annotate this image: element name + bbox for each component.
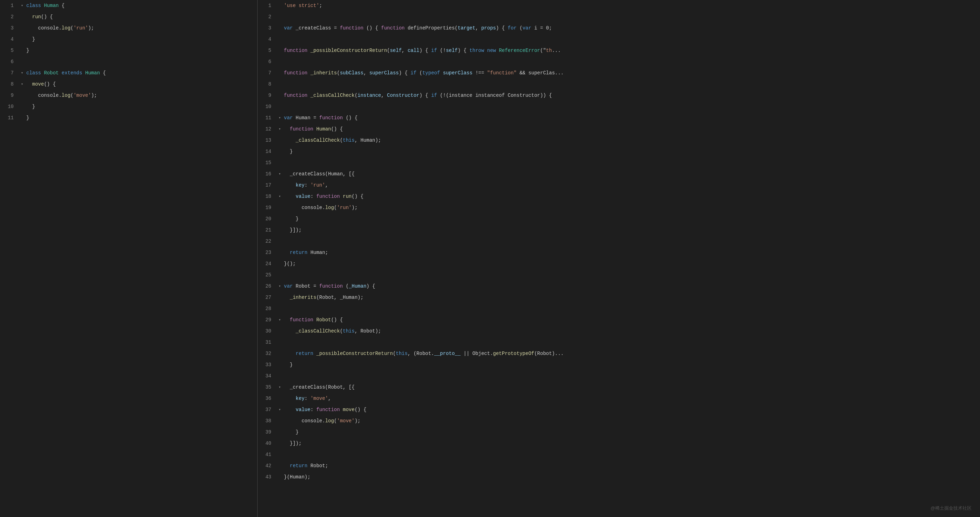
line-content-17: key: 'run', [283,180,328,191]
code-line-5: 5} [0,45,257,56]
line-number-9: 9 [0,90,19,101]
fold-arrow-16[interactable]: ▾ [277,168,283,180]
line-number-31: 31 [258,337,277,348]
line-number-28: 28 [258,303,277,314]
fold-arrow-18[interactable]: ▾ [277,191,283,202]
line-content-43: }(Human); [283,471,310,483]
line-number-32: 32 [258,348,277,359]
line-content-21: }]); [283,225,301,236]
code-line-3: 3 console.log('run'); [0,22,257,34]
line-number-10: 10 [0,101,19,112]
line-number-14: 14 [258,146,277,157]
code-line-42: 42 return Robot; [258,460,980,471]
code-line-7: 7function _inherits(subClass, superClass… [258,67,980,78]
line-number-10: 10 [258,101,277,112]
line-number-11: 11 [0,112,19,123]
line-content-30: _classCallCheck(this, Robot); [283,326,381,337]
line-number-18: 18 [258,191,277,202]
code-line-8: 8▾ move() { [0,78,257,90]
code-line-30: 30 _classCallCheck(this, Robot); [258,326,980,337]
line-content-39: } [283,426,299,438]
line-content-5: } [25,45,29,56]
line-number-29: 29 [258,314,277,326]
code-line-7: 7▾class Robot extends Human { [0,67,257,78]
code-line-15: 15 [258,157,980,168]
line-content-24: }(); [283,258,296,270]
line-number-12: 12 [258,123,277,135]
fold-arrow-7[interactable]: ▾ [19,67,25,78]
line-number-9: 9 [258,90,277,101]
code-line-21: 21 }]); [258,225,980,236]
line-number-35: 35 [258,381,277,393]
line-number-3: 3 [258,22,277,34]
line-number-27: 27 [258,292,277,303]
code-line-18: 18▾ value: function run() { [258,191,980,202]
code-line-1: 1'use strict'; [258,0,980,11]
fold-arrow-12[interactable]: ▾ [277,123,283,135]
line-content-11: } [25,112,29,123]
line-number-5: 5 [258,45,277,56]
line-number-7: 7 [0,67,19,78]
code-line-9: 9function _classCallCheck(instance, Cons… [258,90,980,101]
line-number-4: 4 [258,34,277,45]
fold-arrow-8[interactable]: ▾ [19,78,25,90]
code-line-20: 20 } [258,213,980,225]
code-line-6: 6 [258,56,980,67]
line-content-7: class Robot extends Human { [25,67,106,78]
code-line-5: 5function _possibleConstructorReturn(sel… [258,45,980,56]
line-content-4: } [25,34,35,45]
code-line-40: 40 }]); [258,438,980,449]
line-number-34: 34 [258,370,277,381]
line-content-16: _createClass(Human, [{ [283,168,355,180]
code-line-8: 8 [258,78,980,90]
line-content-8: move() { [25,78,56,90]
watermark: @稀土掘金技术社区 [931,505,972,511]
line-number-42: 42 [258,460,277,471]
line-number-6: 6 [0,56,19,67]
code-line-36: 36 key: 'move', [258,393,980,404]
line-content-14: } [283,146,293,157]
fold-arrow-26[interactable]: ▾ [277,281,283,292]
line-content-7: function _inherits(subClass, superClass)… [283,67,563,78]
line-number-26: 26 [258,281,277,292]
code-line-17: 17 key: 'run', [258,180,980,191]
code-line-41: 41 [258,449,980,460]
line-number-6: 6 [258,56,277,67]
line-content-13: _classCallCheck(this, Human); [283,135,381,146]
code-line-33: 33 } [258,359,980,370]
line-number-23: 23 [258,247,277,258]
fold-arrow-37[interactable]: ▾ [277,404,283,415]
line-number-8: 8 [258,78,277,90]
line-number-17: 17 [258,180,277,191]
line-number-40: 40 [258,438,277,449]
code-line-22: 22 [258,236,980,247]
code-line-9: 9 console.log('move'); [0,90,257,101]
code-line-32: 32 return _possibleConstructorReturn(thi… [258,348,980,359]
line-content-26: var Robot = function (_Human) { [283,281,375,292]
code-line-10: 10 [258,101,980,112]
fold-arrow-29[interactable]: ▾ [277,314,283,326]
fold-arrow-35[interactable]: ▾ [277,381,283,393]
line-content-10: } [25,101,35,112]
code-line-31: 31 [258,337,980,348]
line-number-7: 7 [258,67,277,78]
line-content-35: _createClass(Robot, [{ [283,381,355,393]
line-content-9: function _classCallCheck(instance, Const… [283,90,552,101]
line-number-25: 25 [258,270,277,281]
line-content-12: function Human() { [283,123,343,135]
line-number-39: 39 [258,426,277,438]
code-line-39: 39 } [258,426,980,438]
code-line-23: 23 return Human; [258,247,980,258]
line-number-30: 30 [258,326,277,337]
code-line-19: 19 console.log('run'); [258,202,980,213]
line-number-11: 11 [258,112,277,123]
fold-arrow-11[interactable]: ▾ [277,112,283,123]
line-number-22: 22 [258,236,277,247]
line-content-36: key: 'move', [283,393,331,404]
line-content-3: var _createClass = function () { functio… [283,22,552,34]
line-number-13: 13 [258,135,277,146]
line-number-2: 2 [258,11,277,22]
line-content-3: console.log('run'); [25,22,94,34]
fold-arrow-1[interactable]: ▾ [19,0,25,11]
line-content-2: run() { [25,11,53,22]
